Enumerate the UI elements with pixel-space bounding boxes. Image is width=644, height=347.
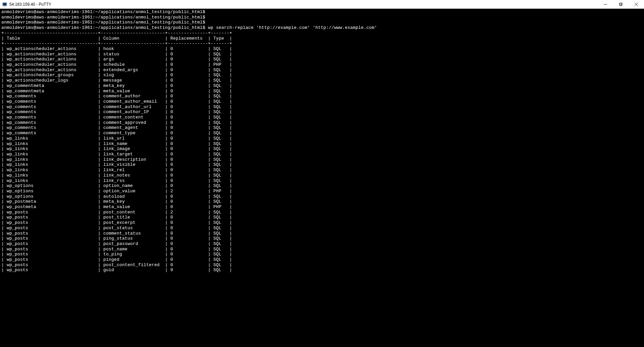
- window-title: 54.183.159.40 - PuTTY: [9, 2, 51, 7]
- minimize-button[interactable]: [598, 0, 613, 8]
- close-button[interactable]: [629, 0, 644, 8]
- putty-window: 54.183.159.40 - PuTTY anmoldevrims@aws-a…: [0, 0, 644, 347]
- window-controls: [598, 0, 644, 8]
- putty-icon: [2, 2, 7, 7]
- maximize-button[interactable]: [613, 0, 629, 8]
- svg-rect-3: [4, 6, 6, 6]
- svg-rect-6: [620, 3, 622, 5]
- svg-rect-1: [3, 3, 6, 5]
- svg-rect-5: [619, 3, 622, 6]
- titlebar[interactable]: 54.183.159.40 - PuTTY: [0, 0, 644, 9]
- terminal-output[interactable]: anmoldevrims@aws-anmoldevrims-1961:~/app…: [0, 9, 644, 347]
